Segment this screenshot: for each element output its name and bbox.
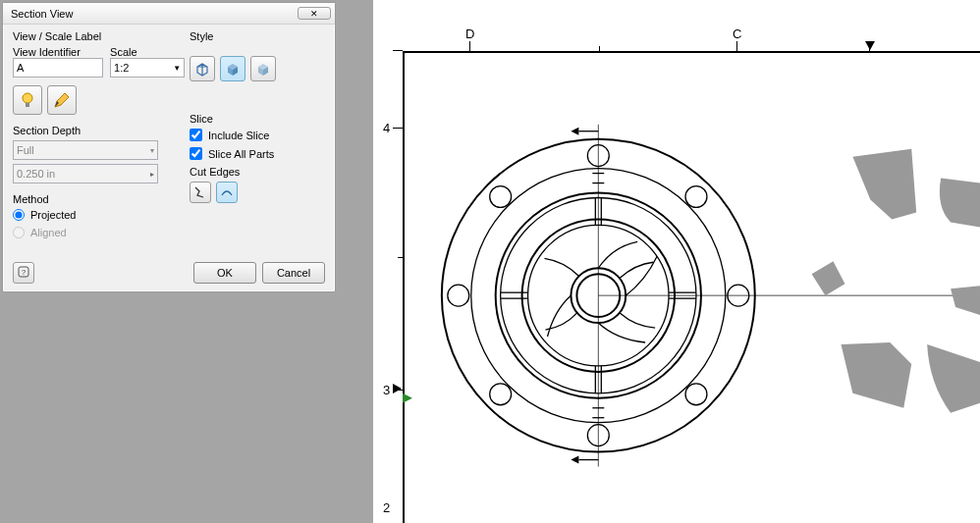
tick-label-d: D [465, 26, 474, 41]
cut-edges-label: Cut Edges [190, 166, 317, 178]
svg-point-23 [685, 384, 707, 405]
ruler-vertical: 4 3 2 [393, 51, 403, 523]
aligned-radio-input [13, 227, 25, 238]
depth-distance-spin: 0.250 in ▸ [13, 164, 158, 183]
view-identifier-input[interactable] [13, 58, 103, 78]
edit-view-label-button[interactable] [47, 85, 77, 115]
svg-point-22 [490, 186, 512, 208]
tick-label-c: C [733, 26, 741, 41]
include-slice-check[interactable]: Include Slice [190, 129, 317, 141]
label-visibility-button[interactable] [13, 85, 42, 115]
projected-radio-input[interactable] [13, 209, 25, 221]
view-scale-label: View / Scale Label [13, 30, 190, 42]
svg-point-26 [448, 285, 469, 306]
svg-marker-6 [865, 41, 875, 50]
dropdown-arrow-icon: ▾ [150, 146, 154, 155]
style-label: Style [190, 30, 317, 42]
slice-all-check[interactable]: Slice All Parts [190, 147, 317, 160]
ok-button[interactable]: OK [193, 262, 256, 284]
ruler-horizontal: D C B [403, 41, 980, 51]
jagged-edge-icon [193, 185, 207, 199]
cube-solid-icon [225, 61, 241, 77]
cancel-button[interactable]: Cancel [262, 262, 325, 284]
tick-label-3: 3 [383, 383, 390, 397]
cube-shaded-icon [255, 61, 271, 77]
drawing-canvas[interactable]: D C B 4 3 2 [373, 0, 980, 523]
cut-edge-mode2-button[interactable] [216, 182, 238, 203]
slice-all-checkbox[interactable] [190, 147, 202, 160]
svg-marker-8 [403, 393, 412, 403]
style-hidden-button[interactable] [190, 56, 215, 81]
close-icon: ✕ [310, 9, 318, 19]
dialog-title: Section View [7, 8, 73, 20]
tick-label-2: 2 [383, 500, 390, 515]
tick-label-4: 4 [383, 121, 390, 135]
svg-marker-7 [393, 384, 402, 393]
spinner-arrow-icon: ▸ [150, 170, 154, 179]
cube-wire-icon [194, 61, 210, 77]
origin-marker-icon [393, 383, 403, 394]
drawing-content [403, 51, 980, 521]
dropdown-arrow-icon: ▼ [173, 64, 181, 73]
section-depth-label: Section Depth [13, 125, 190, 136]
style-hidden-removed-button[interactable] [220, 56, 245, 81]
depth-distance-value: 0.250 in [17, 168, 55, 180]
section-view-dialog: Section View ✕ View / Scale Label View I… [2, 2, 336, 292]
dialog-close-button[interactable]: ✕ [298, 7, 331, 20]
projected-radio[interactable]: Projected [13, 209, 190, 221]
help-icon: ? [18, 266, 29, 280]
aligned-radio: Aligned [13, 227, 190, 238]
include-slice-check-label: Include Slice [208, 130, 269, 141]
svg-text:?: ? [22, 268, 27, 277]
svg-marker-40 [571, 128, 578, 135]
cut-edge-mode1-button[interactable] [190, 182, 211, 203]
svg-point-21 [685, 186, 707, 208]
projected-radio-label: Projected [30, 209, 76, 221]
slice-label: Slice [190, 113, 317, 125]
smooth-edge-icon [220, 185, 234, 199]
aligned-radio-label: Aligned [30, 227, 67, 238]
scale-label: Scale [110, 46, 185, 58]
scale-combo[interactable]: 1:2 ▼ [110, 58, 185, 78]
bulb-icon [19, 91, 36, 109]
method-label: Method [13, 193, 190, 205]
section-depth-combo[interactable]: Full ▾ [13, 140, 158, 160]
svg-point-24 [490, 384, 512, 405]
svg-rect-1 [26, 103, 29, 107]
svg-marker-42 [571, 456, 578, 464]
section-depth-value: Full [17, 144, 34, 156]
origin-marker-icon [864, 41, 876, 51]
dialog-titlebar[interactable]: Section View ✕ [3, 3, 335, 25]
view-identifier-label: View Identifier [13, 46, 103, 58]
svg-point-0 [23, 93, 32, 103]
help-button[interactable]: ? [13, 262, 34, 284]
scale-value: 1:2 [114, 62, 129, 74]
pencil-icon [53, 91, 71, 109]
include-slice-checkbox[interactable] [190, 129, 202, 141]
slice-all-check-label: Slice All Parts [208, 148, 274, 160]
style-shaded-button[interactable] [250, 56, 276, 81]
